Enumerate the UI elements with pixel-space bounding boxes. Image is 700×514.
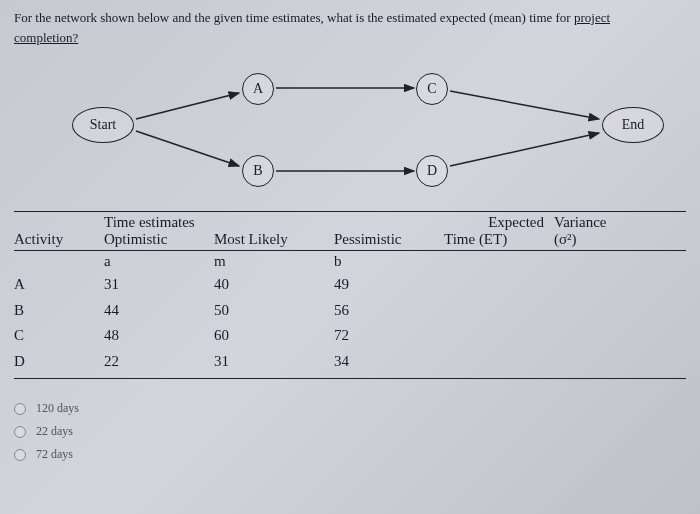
radio-icon[interactable] bbox=[14, 403, 26, 415]
option-3[interactable]: 72 days bbox=[14, 447, 686, 462]
svg-line-0 bbox=[136, 93, 239, 119]
cell-b: 56 bbox=[334, 298, 444, 324]
cell-m: 60 bbox=[214, 323, 334, 349]
header-sigma: (σ²) bbox=[554, 231, 644, 248]
table-row: C486072 bbox=[14, 323, 686, 349]
cell-m: 31 bbox=[214, 349, 334, 375]
question-prefix: For the network shown below and the give… bbox=[14, 10, 574, 25]
svg-line-5 bbox=[450, 133, 599, 166]
answer-options: 120 days 22 days 72 days bbox=[14, 401, 686, 462]
cell-a: 31 bbox=[104, 272, 214, 298]
cell-et bbox=[444, 272, 554, 298]
option-2[interactable]: 22 days bbox=[14, 424, 686, 439]
header-time-et: Time (ET) bbox=[444, 231, 554, 248]
question-text: For the network shown below and the give… bbox=[14, 8, 686, 47]
header-pessimistic: Pessimistic bbox=[334, 231, 444, 248]
cell-a: 22 bbox=[104, 349, 214, 375]
option-label: 72 days bbox=[36, 447, 73, 462]
header-variance: Variance bbox=[554, 214, 644, 231]
cell-activity: D bbox=[14, 349, 104, 375]
node-b: B bbox=[242, 155, 274, 187]
svg-line-4 bbox=[450, 91, 599, 119]
cell-et bbox=[444, 349, 554, 375]
node-start: Start bbox=[72, 107, 134, 143]
subheader-a: a bbox=[104, 253, 214, 270]
cell-activity: B bbox=[14, 298, 104, 324]
option-1[interactable]: 120 days bbox=[14, 401, 686, 416]
option-label: 22 days bbox=[36, 424, 73, 439]
node-end: End bbox=[602, 107, 664, 143]
node-d: D bbox=[416, 155, 448, 187]
cell-et bbox=[444, 323, 554, 349]
header-optimistic: Optimistic bbox=[104, 231, 214, 248]
cell-b: 34 bbox=[334, 349, 444, 375]
subheader-m: m bbox=[214, 253, 334, 270]
table-row: D223134 bbox=[14, 349, 686, 375]
header-most-likely: Most Likely bbox=[214, 231, 334, 248]
cell-activity: A bbox=[14, 272, 104, 298]
cell-m: 40 bbox=[214, 272, 334, 298]
cell-var bbox=[554, 349, 644, 375]
cell-m: 50 bbox=[214, 298, 334, 324]
option-label: 120 days bbox=[36, 401, 79, 416]
cell-b: 72 bbox=[334, 323, 444, 349]
radio-icon[interactable] bbox=[14, 426, 26, 438]
table-row: A314049 bbox=[14, 272, 686, 298]
cell-et bbox=[444, 298, 554, 324]
node-c: C bbox=[416, 73, 448, 105]
question-underline-2: completion? bbox=[14, 30, 78, 45]
node-a: A bbox=[242, 73, 274, 105]
header-expected: Expected bbox=[334, 214, 554, 231]
cell-a: 48 bbox=[104, 323, 214, 349]
radio-icon[interactable] bbox=[14, 449, 26, 461]
cell-var bbox=[554, 272, 644, 298]
cell-a: 44 bbox=[104, 298, 214, 324]
header-time-estimates: Time estimates bbox=[104, 214, 334, 231]
cell-var bbox=[554, 323, 644, 349]
cell-b: 49 bbox=[334, 272, 444, 298]
subheader-b: b bbox=[334, 253, 444, 270]
question-underline-1: project bbox=[574, 10, 610, 25]
cell-var bbox=[554, 298, 644, 324]
network-diagram: Start A B C D End bbox=[14, 61, 686, 201]
svg-line-1 bbox=[136, 131, 239, 166]
data-table: Time estimates Expected Variance Activit… bbox=[14, 211, 686, 379]
cell-activity: C bbox=[14, 323, 104, 349]
table-row: B445056 bbox=[14, 298, 686, 324]
header-activity: Activity bbox=[14, 231, 104, 248]
